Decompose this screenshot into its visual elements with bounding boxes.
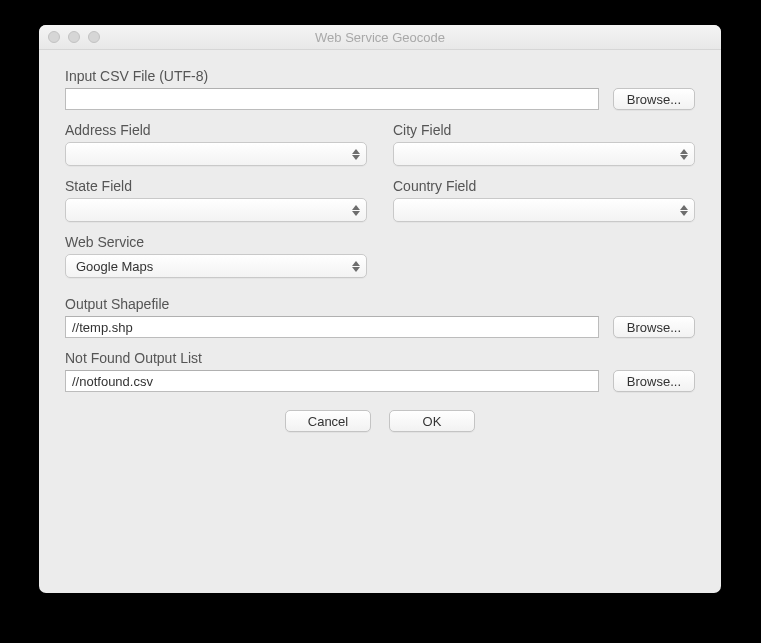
svg-marker-4 bbox=[352, 205, 360, 210]
chevron-updown-icon bbox=[674, 143, 694, 165]
svg-marker-7 bbox=[680, 211, 688, 216]
city-field-label: City Field bbox=[393, 122, 695, 138]
browse-input-csv-button[interactable]: Browse... bbox=[613, 88, 695, 110]
state-field-label: State Field bbox=[65, 178, 367, 194]
svg-marker-5 bbox=[352, 211, 360, 216]
chevron-updown-icon bbox=[346, 255, 366, 277]
titlebar: Web Service Geocode bbox=[39, 25, 721, 50]
dialog-body: Input CSV File (UTF-8) Browse... Address… bbox=[39, 50, 721, 432]
chevron-updown-icon bbox=[346, 143, 366, 165]
city-field-select[interactable] bbox=[393, 142, 695, 166]
browse-output-shapefile-button[interactable]: Browse... bbox=[613, 316, 695, 338]
input-csv-field[interactable] bbox=[65, 88, 599, 110]
zoom-icon[interactable] bbox=[88, 31, 100, 43]
web-service-label: Web Service bbox=[65, 234, 367, 250]
traffic-lights bbox=[48, 31, 100, 43]
country-field-label: Country Field bbox=[393, 178, 695, 194]
web-service-value: Google Maps bbox=[76, 259, 153, 274]
window-title: Web Service Geocode bbox=[315, 30, 445, 45]
svg-marker-9 bbox=[352, 267, 360, 272]
state-field-select[interactable] bbox=[65, 198, 367, 222]
svg-marker-2 bbox=[680, 149, 688, 154]
svg-marker-3 bbox=[680, 155, 688, 160]
web-service-select[interactable]: Google Maps bbox=[65, 254, 367, 278]
svg-marker-8 bbox=[352, 261, 360, 266]
chevron-updown-icon bbox=[346, 199, 366, 221]
input-csv-label: Input CSV File (UTF-8) bbox=[65, 68, 599, 84]
address-field-select[interactable] bbox=[65, 142, 367, 166]
svg-marker-0 bbox=[352, 149, 360, 154]
output-shapefile-label: Output Shapefile bbox=[65, 296, 599, 312]
minimize-icon[interactable] bbox=[68, 31, 80, 43]
address-field-label: Address Field bbox=[65, 122, 367, 138]
ok-button[interactable]: OK bbox=[389, 410, 475, 432]
not-found-label: Not Found Output List bbox=[65, 350, 599, 366]
dialog-window: Web Service Geocode Input CSV File (UTF-… bbox=[39, 25, 721, 593]
output-shapefile-field[interactable] bbox=[65, 316, 599, 338]
browse-not-found-button[interactable]: Browse... bbox=[613, 370, 695, 392]
close-icon[interactable] bbox=[48, 31, 60, 43]
chevron-updown-icon bbox=[674, 199, 694, 221]
svg-marker-1 bbox=[352, 155, 360, 160]
svg-marker-6 bbox=[680, 205, 688, 210]
cancel-button[interactable]: Cancel bbox=[285, 410, 371, 432]
country-field-select[interactable] bbox=[393, 198, 695, 222]
dialog-footer: Cancel OK bbox=[65, 410, 695, 432]
not-found-field[interactable] bbox=[65, 370, 599, 392]
